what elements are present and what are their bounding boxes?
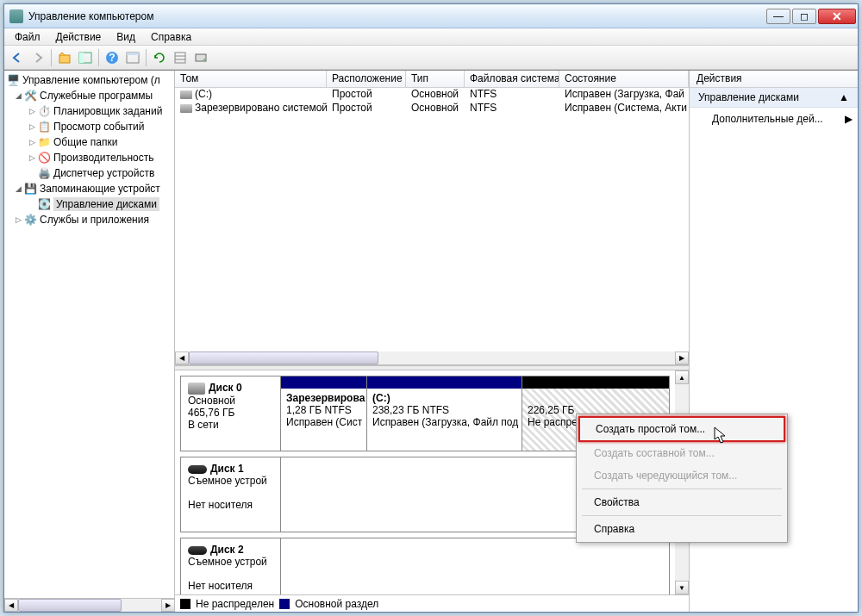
tree-shared[interactable]: ▷📁Общие папки [4,134,174,150]
show-hide-tree-button[interactable] [76,48,95,67]
partition-reserved[interactable]: Зарезервирова 1,28 ГБ NTFS Исправен (Сис… [281,376,367,451]
svg-text:?: ? [109,52,115,64]
col-status[interactable]: Состояние [559,71,689,87]
volume-icon [180,90,192,99]
tree-perf[interactable]: ▷🚫Производительность [4,150,174,165]
menu-action[interactable]: Действие [49,29,109,45]
svg-rect-7 [175,53,185,63]
legend: Не распределен Основной раздел [175,594,689,612]
legend-unallocated-icon [180,599,191,609]
tree-events[interactable]: ▷📋Просмотр событий [4,119,174,134]
back-button[interactable] [8,48,27,67]
settings-icon[interactable] [123,48,142,67]
actions-section[interactable]: Управление дисками ▲ [690,88,858,108]
legend-primary-icon [279,599,290,609]
scroll-left-icon[interactable]: ◀ [175,352,189,364]
volume-header: Том Расположение Тип Файловая система Со… [175,71,689,88]
partition-c[interactable]: (C:) 238,23 ГБ NTFS Исправен (Загрузка, … [367,376,522,451]
forward-button[interactable] [28,48,47,67]
tree-disk-management[interactable]: 💽Управление дисками [4,196,174,212]
tree-system-tools[interactable]: ◢🛠️Служебные программы [4,88,174,103]
window-title: Управление компьютером [28,10,765,22]
disk-icon[interactable] [191,48,210,67]
col-layout[interactable]: Расположение [327,71,406,87]
menubar: Файл Действие Вид Справка [4,28,858,46]
tree-panel[interactable]: 🖥️Управление компьютером (л ◢🛠️Служебные… [4,71,175,598]
actions-header: Действия [690,71,858,88]
volumes-hscroll[interactable]: ◀ ▶ [175,352,689,365]
tree-services[interactable]: ▷⚙️Службы и приложения [4,212,174,227]
col-type[interactable]: Тип [406,71,465,87]
app-icon [9,9,23,23]
scroll-right-icon[interactable]: ▶ [161,599,175,612]
menu-file[interactable]: Файл [8,29,47,45]
actions-more[interactable]: Дополнительные дей... ▶ [690,108,858,130]
col-volume[interactable]: Том [175,71,327,87]
menu-help[interactable]: Справка [144,29,198,45]
collapse-icon[interactable]: ▲ [839,91,849,103]
scroll-thumb[interactable] [18,599,122,612]
volume-icon [180,104,192,113]
help-button[interactable]: ? [103,48,122,67]
tree-hscroll[interactable]: ◀ ▶ [4,598,175,612]
context-menu: Создать простой том... Создать составной… [576,414,788,543]
scroll-left-icon[interactable]: ◀ [4,599,18,612]
tree-root[interactable]: 🖥️Управление компьютером (л [4,72,174,88]
volume-row[interactable]: (C:) Простой Основной NTFS Исправен (Заг… [175,88,689,102]
tree-devmgr[interactable]: 🖨️Диспетчер устройств [4,165,174,181]
volume-list[interactable]: (C:) Простой Основной NTFS Исправен (Заг… [175,88,689,352]
removable-icon [188,546,207,555]
menu-create-spanned-volume: Создать составной том... [578,442,785,464]
svg-point-11 [203,59,205,60]
chevron-right-icon: ▶ [845,113,853,125]
minimize-button[interactable]: — [766,9,790,24]
menu-create-simple-volume[interactable]: Создать простой том... [578,416,785,442]
volume-row[interactable]: Зарезервировано системой Простой Основно… [175,102,689,115]
refresh-icon[interactable] [150,48,169,67]
scroll-thumb[interactable] [189,352,378,364]
scroll-down-icon[interactable]: ▼ [675,581,689,594]
close-button[interactable]: ✕ [818,9,856,24]
partition-bar [367,376,522,389]
disk-2[interactable]: Диск 2 Съемное устрой Нет носителя [180,538,670,594]
partition-bar [522,376,669,389]
menu-properties[interactable]: Свойства [578,491,785,513]
up-button[interactable] [55,48,74,67]
col-fs[interactable]: Файловая система [465,71,559,87]
svg-rect-2 [79,53,84,63]
scroll-right-icon[interactable]: ▶ [675,352,689,364]
toolbar: ? [4,46,858,70]
titlebar[interactable]: Управление компьютером — ◻ ✕ [4,4,858,28]
menu-create-striped-volume: Создать чередующийся том... [578,464,785,487]
list-icon[interactable] [171,48,190,67]
scroll-up-icon[interactable]: ▲ [675,370,689,384]
maximize-button[interactable]: ◻ [792,9,816,24]
partition-bar [281,376,366,389]
removable-icon [188,465,207,474]
menu-view[interactable]: Вид [109,29,142,45]
svg-rect-6 [127,53,139,55]
menu-help[interactable]: Справка [578,518,785,540]
svg-rect-0 [59,55,70,63]
disk-icon [188,383,205,395]
tree-storage[interactable]: ◢💾Запоминающие устройст [4,181,174,196]
tree-scheduler[interactable]: ▷⏱️Планировщик заданий [4,103,174,119]
